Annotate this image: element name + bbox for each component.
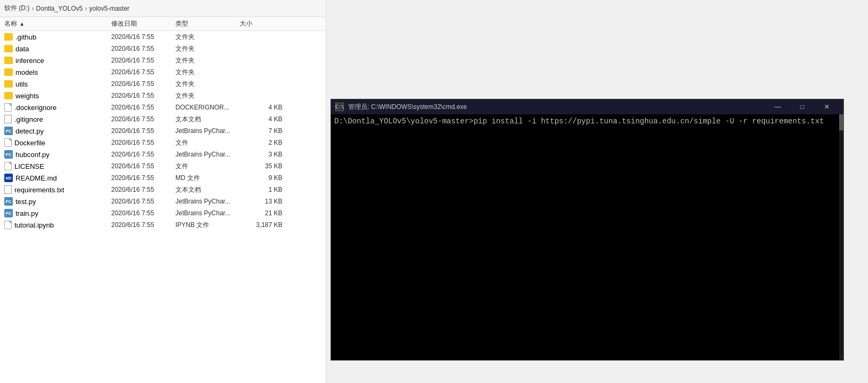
md-icon: MD [4, 174, 13, 182]
table-row[interactable]: utils 2020/6/16 7:55 文件夹 [0, 78, 326, 90]
col-type-header[interactable]: 类型 [175, 19, 240, 28]
file-name-label: utils [16, 80, 28, 88]
file-type: MD 文件 [175, 174, 240, 183]
file-type: JetBrains PyChar... [175, 151, 240, 158]
address-bar[interactable]: 软件 (D:) › Dontla_YOLOv5 › yolov5-master [0, 0, 326, 17]
py-icon: PC [4, 209, 13, 217]
file-name: Dockerfile [4, 138, 111, 147]
file-date: 2020/6/16 7:55 [111, 162, 175, 170]
table-row[interactable]: data 2020/6/16 7:55 文件夹 [0, 43, 326, 54]
file-date: 2020/6/16 7:55 [111, 209, 175, 217]
file-name: .gitignore [4, 115, 111, 123]
file-date: 2020/6/16 7:55 [111, 104, 175, 111]
file-size: 13 KB [240, 198, 282, 205]
table-row[interactable]: Dockerfile 2020/6/16 7:55 文件 2 KB [0, 137, 326, 148]
breadcrumb-sep-1: › [32, 5, 34, 12]
file-type: 文件 [175, 162, 240, 171]
cmd-scrollbar[interactable] [839, 114, 843, 360]
table-row[interactable]: MD README.md 2020/6/16 7:55 MD 文件 9 KB [0, 172, 326, 184]
file-size: 4 KB [240, 115, 282, 123]
table-row[interactable]: tutorial.ipynb 2020/6/16 7:55 IPYNB 文件 3… [0, 219, 326, 231]
file-name-label: .github [16, 33, 36, 41]
breadcrumb-folder1[interactable]: Dontla_YOLOv5 [36, 5, 82, 12]
file-explorer: 软件 (D:) › Dontla_YOLOv5 › yolov5-master … [0, 0, 326, 383]
file-type: 文件 [175, 138, 240, 147]
file-size: 3 KB [240, 151, 282, 158]
table-row[interactable]: .gitignore 2020/6/16 7:55 文本文档 4 KB [0, 113, 326, 125]
file-date: 2020/6/16 7:55 [111, 198, 175, 205]
table-row[interactable]: .github 2020/6/16 7:55 文件夹 [0, 31, 326, 43]
file-date: 2020/6/16 7:55 [111, 221, 175, 229]
table-row[interactable]: models 2020/6/16 7:55 文件夹 [0, 66, 326, 78]
cmd-scrollbar-thumb[interactable] [839, 114, 843, 130]
file-date: 2020/6/16 7:55 [111, 127, 175, 135]
file-size: 21 KB [240, 209, 282, 217]
file-type: 文件夹 [175, 56, 240, 65]
table-row[interactable]: inference 2020/6/16 7:55 文件夹 [0, 54, 326, 66]
file-name-label: train.py [16, 209, 39, 217]
file-name: LICENSE [4, 162, 111, 170]
file-date: 2020/6/16 7:55 [111, 68, 175, 76]
py-icon: PC [4, 197, 13, 206]
close-button[interactable]: ✕ [815, 99, 839, 114]
table-row[interactable]: weights 2020/6/16 7:55 文件夹 [0, 90, 326, 101]
table-row[interactable]: LICENSE 2020/6/16 7:55 文件 35 KB [0, 160, 326, 172]
col-name-header[interactable]: 名称 ▲ [4, 19, 111, 28]
cmd-title: 管理员: C:\WINDOWS\system32\cmd.exe [348, 103, 761, 112]
table-row[interactable]: .dockerignore 2020/6/16 7:55 DOCKERIGNOR… [0, 101, 326, 113]
col-size-header[interactable]: 大小 [240, 19, 282, 28]
file-size: 9 KB [240, 174, 282, 182]
minimize-button[interactable]: — [765, 99, 790, 114]
folder-icon [4, 68, 13, 76]
file-type: JetBrains PyChar... [175, 198, 240, 205]
cmd-body: D:\Dontla_YOLOv5\yolov5-master>pip insta… [331, 114, 843, 360]
py-icon: PC [4, 150, 13, 159]
file-list: .github 2020/6/16 7:55 文件夹 data 2020/6/1… [0, 31, 326, 231]
py-icon: PC [4, 127, 13, 135]
file-icon [4, 103, 12, 112]
table-row[interactable]: PC train.py 2020/6/16 7:55 JetBrains PyC… [0, 207, 326, 219]
file-type: JetBrains PyChar... [175, 127, 240, 135]
file-name-label: requirements.txt [14, 186, 64, 194]
file-type: 文件夹 [175, 44, 240, 53]
file-date: 2020/6/16 7:55 [111, 80, 175, 88]
table-row[interactable]: requirements.txt 2020/6/16 7:55 文本文档 1 K… [0, 184, 326, 196]
file-name-label: test.py [16, 198, 36, 206]
table-row[interactable]: PC hubconf.py 2020/6/16 7:55 JetBrains P… [0, 148, 326, 160]
file-name: data [4, 45, 111, 53]
cmd-titlebar: C:\ 管理员: C:\WINDOWS\system32\cmd.exe — □… [331, 99, 843, 114]
file-name-label: tutorial.ipynb [14, 221, 54, 229]
file-type: 文件夹 [175, 68, 240, 77]
file-date: 2020/6/16 7:55 [111, 174, 175, 182]
breadcrumb: 软件 (D:) › Dontla_YOLOv5 › yolov5-master [4, 4, 129, 13]
file-date: 2020/6/16 7:55 [111, 33, 175, 41]
txt-icon [4, 115, 12, 123]
file-name-label: .gitignore [14, 115, 43, 123]
file-date: 2020/6/16 7:55 [111, 151, 175, 158]
file-name: utils [4, 80, 111, 88]
file-date: 2020/6/16 7:55 [111, 92, 175, 99]
breadcrumb-folder2[interactable]: yolov5-master [89, 5, 129, 12]
file-name-label: .dockerignore [14, 104, 57, 112]
maximize-button[interactable]: □ [790, 99, 815, 114]
file-name: PC detect.py [4, 127, 111, 135]
file-type: 文件夹 [175, 80, 240, 89]
file-name: .github [4, 33, 111, 41]
folder-icon [4, 92, 13, 99]
file-name-label: data [16, 45, 29, 53]
file-date: 2020/6/16 7:55 [111, 45, 175, 52]
file-size: 7 KB [240, 127, 282, 135]
file-name-label: Dockerfile [14, 139, 45, 147]
breadcrumb-drive[interactable]: 软件 (D:) [4, 4, 29, 13]
col-date-header[interactable]: 修改日期 [111, 19, 175, 28]
file-name: PC test.py [4, 197, 111, 206]
file-name-label: weights [16, 92, 39, 100]
file-icon [4, 162, 12, 170]
folder-icon [4, 33, 13, 41]
file-name: MD README.md [4, 174, 111, 182]
table-row[interactable]: PC test.py 2020/6/16 7:55 JetBrains PyCh… [0, 196, 326, 207]
file-name: .dockerignore [4, 103, 111, 112]
file-icon [4, 221, 12, 229]
table-row[interactable]: PC detect.py 2020/6/16 7:55 JetBrains Py… [0, 125, 326, 137]
file-date: 2020/6/16 7:55 [111, 115, 175, 123]
